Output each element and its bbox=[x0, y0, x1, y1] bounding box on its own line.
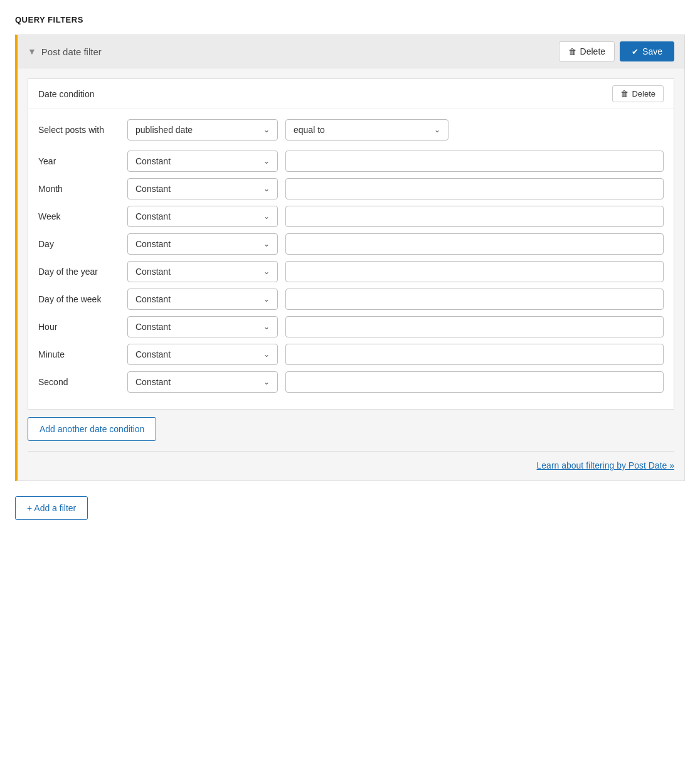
field-select-day-of-the-week[interactable]: Constant⌄ bbox=[127, 289, 278, 310]
field-row: Day of the weekConstant⌄ bbox=[38, 289, 664, 310]
trash-icon: 🗑 bbox=[568, 47, 576, 56]
chevron-down-icon: ⌄ bbox=[263, 157, 270, 166]
field-input-year[interactable] bbox=[285, 151, 664, 172]
field-label-day-of-the-week: Day of the week bbox=[38, 294, 120, 304]
field-input-day-of-the-year[interactable] bbox=[285, 261, 664, 282]
chevron-down-icon: ⌄ bbox=[263, 240, 270, 248]
filter-title: Post date filter bbox=[41, 46, 102, 57]
field-select-year[interactable]: Constant⌄ bbox=[127, 151, 278, 172]
chevron-down-icon: ⌄ bbox=[263, 212, 270, 221]
date-condition-trash-icon: 🗑 bbox=[620, 89, 628, 98]
comparison-chevron: ⌄ bbox=[434, 125, 440, 134]
chevron-down-icon: ⌄ bbox=[263, 322, 270, 331]
field-row: HourConstant⌄ bbox=[38, 316, 664, 337]
field-label-day-of-the-year: Day of the year bbox=[38, 267, 120, 277]
field-select-month[interactable]: Constant⌄ bbox=[127, 178, 278, 199]
add-date-condition-label: Add another date condition bbox=[40, 424, 144, 434]
query-filters-title: QUERY FILTERS bbox=[15, 15, 685, 24]
save-label: Save bbox=[642, 46, 662, 56]
date-condition-header: Date condition 🗑 Delete bbox=[28, 79, 674, 109]
field-rows-container: YearConstant⌄MonthConstant⌄WeekConstant⌄… bbox=[38, 151, 664, 393]
filter-card-header: ▼ Post date filter 🗑 Delete ✔ Save bbox=[18, 35, 684, 68]
field-row: YearConstant⌄ bbox=[38, 151, 664, 172]
select-posts-label: Select posts with bbox=[38, 125, 120, 135]
date-condition-title: Date condition bbox=[38, 89, 95, 99]
learn-link[interactable]: Learn about filtering by Post Date » bbox=[537, 460, 674, 470]
add-date-condition-button[interactable]: Add another date condition bbox=[28, 417, 156, 441]
query-filters-section: QUERY FILTERS ▼ Post date filter 🗑 Delet… bbox=[15, 15, 685, 520]
published-date-chevron: ⌄ bbox=[263, 125, 270, 134]
header-delete-button[interactable]: 🗑 Delete bbox=[559, 41, 615, 61]
field-input-minute[interactable] bbox=[285, 344, 664, 365]
field-label-minute: Minute bbox=[38, 349, 120, 359]
field-select-week[interactable]: Constant⌄ bbox=[127, 206, 278, 227]
filter-card-header-left: ▼ Post date filter bbox=[28, 46, 102, 57]
published-date-select[interactable]: published date ⌄ bbox=[127, 119, 278, 141]
funnel-icon: ▼ bbox=[28, 46, 36, 56]
field-label-second: Second bbox=[38, 377, 120, 387]
chevron-down-icon: ⌄ bbox=[263, 295, 270, 304]
field-input-month[interactable] bbox=[285, 178, 664, 199]
chevron-down-icon: ⌄ bbox=[263, 184, 270, 193]
field-input-second[interactable] bbox=[285, 371, 664, 393]
field-input-day-of-the-week[interactable] bbox=[285, 289, 664, 310]
comparison-select[interactable]: equal to ⌄ bbox=[285, 119, 448, 141]
field-row: DayConstant⌄ bbox=[38, 233, 664, 255]
field-row: SecondConstant⌄ bbox=[38, 371, 664, 393]
field-label-day: Day bbox=[38, 239, 120, 249]
date-condition-delete-label: Delete bbox=[632, 89, 655, 98]
filter-card-body: Date condition 🗑 Delete Select posts wit… bbox=[18, 68, 684, 480]
add-filter-label: + Add a filter bbox=[27, 503, 76, 513]
field-row: Day of the yearConstant⌄ bbox=[38, 261, 664, 282]
chevron-down-icon: ⌄ bbox=[263, 378, 270, 386]
published-date-value: published date bbox=[135, 125, 193, 135]
field-input-week[interactable] bbox=[285, 206, 664, 227]
field-label-month: Month bbox=[38, 184, 120, 194]
field-select-hour[interactable]: Constant⌄ bbox=[127, 316, 278, 337]
check-icon: ✔ bbox=[632, 47, 639, 56]
field-select-minute[interactable]: Constant⌄ bbox=[127, 344, 278, 365]
chevron-down-icon: ⌄ bbox=[263, 350, 270, 359]
field-label-week: Week bbox=[38, 211, 120, 221]
comparison-value: equal to bbox=[294, 125, 325, 135]
field-row: MonthConstant⌄ bbox=[38, 178, 664, 199]
date-condition-delete-button[interactable]: 🗑 Delete bbox=[612, 85, 664, 102]
field-select-day[interactable]: Constant⌄ bbox=[127, 233, 278, 255]
field-row: MinuteConstant⌄ bbox=[38, 344, 664, 365]
select-posts-row: Select posts with published date ⌄ equal… bbox=[38, 119, 664, 141]
field-select-second[interactable]: Constant⌄ bbox=[127, 371, 278, 393]
field-select-day-of-the-year[interactable]: Constant⌄ bbox=[127, 261, 278, 282]
header-buttons: 🗑 Delete ✔ Save bbox=[559, 41, 674, 61]
add-filter-button[interactable]: + Add a filter bbox=[15, 496, 88, 520]
chevron-down-icon: ⌄ bbox=[263, 267, 270, 276]
learn-link-row: Learn about filtering by Post Date » bbox=[28, 451, 674, 470]
field-label-hour: Hour bbox=[38, 322, 120, 332]
header-delete-label: Delete bbox=[580, 46, 605, 56]
field-input-hour[interactable] bbox=[285, 316, 664, 337]
date-condition-content: Select posts with published date ⌄ equal… bbox=[28, 109, 674, 409]
field-input-day[interactable] bbox=[285, 233, 664, 255]
save-button[interactable]: ✔ Save bbox=[620, 41, 674, 61]
field-row: WeekConstant⌄ bbox=[38, 206, 664, 227]
filter-card: ▼ Post date filter 🗑 Delete ✔ Save Date … bbox=[15, 34, 685, 481]
date-condition-box: Date condition 🗑 Delete Select posts wit… bbox=[28, 78, 674, 410]
field-label-year: Year bbox=[38, 156, 120, 166]
